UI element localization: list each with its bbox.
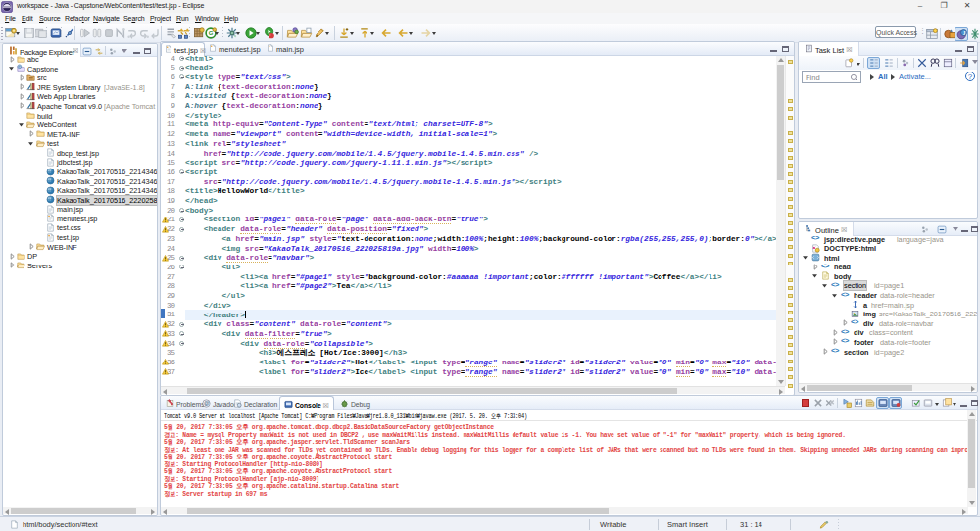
svg-text:G: G [209, 30, 214, 36]
svg-text:@: @ [204, 400, 210, 406]
svg-text:J: J [963, 30, 966, 36]
